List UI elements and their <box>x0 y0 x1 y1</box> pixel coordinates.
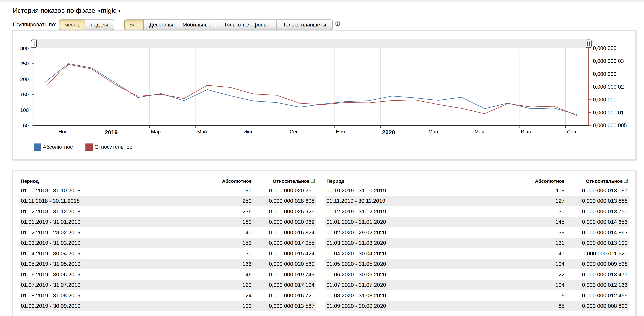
zoom-slider-handle-right[interactable] <box>586 40 591 48</box>
cell-relative: 0,000 000 012 166 <box>582 282 628 288</box>
cell-period: 01.11.2018 - 30.11.2018 <box>21 198 80 204</box>
column-header-relative-label: Относительное <box>272 179 310 184</box>
periods-table-panel: Период Абсолютное Относительное? 01.10.2… <box>12 170 636 316</box>
y-axis-left-label: 200 <box>20 76 29 82</box>
device-filter-button-1[interactable]: Все <box>124 19 144 30</box>
cell-period: 01.04.2020 - 30.04.2020 <box>326 250 386 257</box>
x-axis-label: Июл <box>521 129 531 134</box>
table-row: 01.08.2019 - 31.08.20191240,000 000 016 … <box>20 290 316 301</box>
impressions-history-chart[interactable]: Ноя2019МарМайИюлСенНоя2020МарМайИюлСен30… <box>13 31 635 159</box>
cell-relative: 0,000 000 013 087 <box>582 187 628 194</box>
legend-item-absolute[interactable]: Абсолютное <box>34 143 73 151</box>
cell-period: 01.05.2020 - 31.05.2020 <box>326 261 386 267</box>
cell-relative: 0,000 000 012 455 <box>582 292 628 299</box>
table-row: 01.11.2019 - 30.11.20191270,000 000 013 … <box>326 196 629 206</box>
cell-period: 01.08.2020 - 31.08.2020 <box>326 292 386 299</box>
browser-chrome-strip <box>0 0 644 2</box>
device-filter-button-2[interactable]: Десктопы <box>144 19 179 30</box>
table-row: 01.11.2018 - 30.11.20182500,000 000 028 … <box>20 196 316 206</box>
cell-relative: 0,000 000 011 620 <box>582 250 628 257</box>
table-row: 01.02.2019 - 28.02.20191400,000 000 016 … <box>20 227 316 238</box>
table-row: 01.05.2019 - 31.05.20191660,000 000 020 … <box>20 259 316 269</box>
cell-period: 01.06.2019 - 30.06.2019 <box>21 271 80 278</box>
cell-relative: 0,000 000 013 587 <box>269 303 314 309</box>
browser-chrome-strip-shadow <box>0 3 644 3</box>
table-row: 01.10.2018 - 31.10.20181910,000 000 020 … <box>20 185 316 196</box>
group-by-button-1[interactable]: месяц <box>59 19 85 30</box>
cell-absolute: 145 <box>556 219 564 225</box>
table-row: 01.07.2020 - 31.07.20201040,000 000 012 … <box>326 280 629 290</box>
legend-swatch <box>34 143 41 151</box>
table-header-row: Период Абсолютное Относительное? <box>20 176 316 185</box>
table-row: 01.03.2019 - 31.03.20191530,000 000 017 … <box>20 238 316 248</box>
table-row: 01.02.2020 - 29.02.20201390,000 000 014 … <box>326 227 629 238</box>
chart-legend: АбсолютноеОтносительное <box>13 143 635 151</box>
periods-table-right: Период Абсолютное Относительное? 01.10.2… <box>326 176 629 311</box>
cell-period: 01.07.2019 - 31.07.2019 <box>21 282 80 288</box>
device-filter-button-5[interactable]: Только планшеты <box>276 19 333 30</box>
relative-help-icon[interactable]: ? <box>624 179 628 183</box>
y-axis-left-label: 100 <box>20 107 29 113</box>
cell-period: 01.04.2019 - 30.04.2019 <box>21 250 80 257</box>
periods-table-left: Период Абсолютное Относительное? 01.10.2… <box>20 176 316 311</box>
y-axis-right-label: 0,000 000 <box>593 71 616 77</box>
device-filter-help-icon[interactable]: ? <box>336 21 340 26</box>
zoom-slider-track[interactable] <box>34 39 589 48</box>
y-axis-right-label: 0,000 000 <box>593 45 616 51</box>
cell-period: 01.01.2020 - 31.01.2020 <box>326 219 386 225</box>
device-filter-button-3[interactable]: Мобильные <box>179 19 215 30</box>
cell-absolute: 104 <box>556 282 564 288</box>
cell-absolute: 85 <box>558 303 564 309</box>
device-filter-button-4[interactable]: Только телефоны <box>215 19 276 30</box>
legend-swatch <box>86 143 93 151</box>
cell-period: 01.10.2019 - 31.10.2019 <box>326 187 386 194</box>
y-axis-right-label: 0,000 000 02 <box>593 84 624 90</box>
table-row: 01.12.2018 - 31.12.20182360,000 000 026 … <box>20 206 316 217</box>
cell-relative: 0,000 000 014 656 <box>582 219 628 225</box>
y-axis-right-label: 0,000 000 03 <box>593 58 624 64</box>
cell-relative: 0,000 000 020 251 <box>269 187 314 194</box>
device-filter-buttons: ВсеДесктопыМобильныеТолько телефоныТольк… <box>124 19 333 30</box>
cell-period: 01.01.2019 - 31.01.2019 <box>21 219 80 225</box>
cell-relative: 0,000 000 016 720 <box>269 292 314 299</box>
x-axis-label: Сен <box>567 129 576 134</box>
y-axis-right-label: 0,000 000 <box>593 97 616 103</box>
cell-relative: 0,000 000 013 750 <box>582 208 628 215</box>
series-line-absolute[interactable] <box>46 63 577 114</box>
cell-absolute: 153 <box>242 240 252 246</box>
cell-relative: 0,000 000 017 194 <box>269 282 314 288</box>
relative-help-icon[interactable]: ? <box>310 179 315 183</box>
group-by-button-2[interactable]: неделя <box>85 19 114 30</box>
cell-relative: 0,000 000 014 863 <box>582 229 628 236</box>
cell-absolute: 129 <box>242 282 252 288</box>
cell-relative: 0,000 000 008 820 <box>582 303 628 309</box>
x-axis-label: Ноя <box>58 129 68 134</box>
cell-period: 01.12.2018 - 31.12.2018 <box>21 208 80 215</box>
table-row: 01.10.2019 - 31.10.20191190,000 000 013 … <box>326 185 629 196</box>
cell-absolute: 124 <box>242 292 252 299</box>
y-axis-right-label: 0,000 000 01 <box>593 110 624 116</box>
cell-absolute: 189 <box>242 219 252 225</box>
column-header-relative: Относительное? <box>272 179 315 184</box>
x-axis-label: Ноя <box>336 129 345 134</box>
table-row: 01.07.2019 - 31.07.20191290,000 000 017 … <box>20 280 316 290</box>
x-axis-label: Июл <box>244 129 254 134</box>
cell-period: 01.10.2018 - 31.10.2018 <box>21 187 80 194</box>
cell-relative: 0,000 000 016 324 <box>269 229 314 236</box>
cell-relative: 0,000 000 019 749 <box>269 271 314 278</box>
cell-absolute: 191 <box>242 187 252 194</box>
cell-relative: 0,000 000 028 698 <box>269 198 314 204</box>
cell-relative: 0,000 000 017 055 <box>269 240 314 246</box>
cell-absolute: 130 <box>242 250 252 257</box>
zoom-slider-handle-left[interactable] <box>31 40 36 48</box>
y-axis-left-label: 150 <box>20 92 29 97</box>
legend-item-relative[interactable]: Относительное <box>86 143 132 151</box>
table-row: 01.08.2020 - 31.08.20201060,000 000 012 … <box>326 290 629 301</box>
table-row: 01.03.2020 - 31.03.20201310,000 000 013 … <box>326 238 629 248</box>
cell-absolute: 119 <box>556 187 564 194</box>
column-header-absolute: Абсолютное <box>535 179 564 184</box>
series-line-relative[interactable] <box>46 64 577 115</box>
cell-period: 01.02.2019 - 28.02.2019 <box>21 229 80 236</box>
table-row: 01.05.2020 - 31.05.20201040,000 000 009 … <box>326 259 629 269</box>
cell-period: 01.03.2019 - 31.03.2019 <box>21 240 80 246</box>
